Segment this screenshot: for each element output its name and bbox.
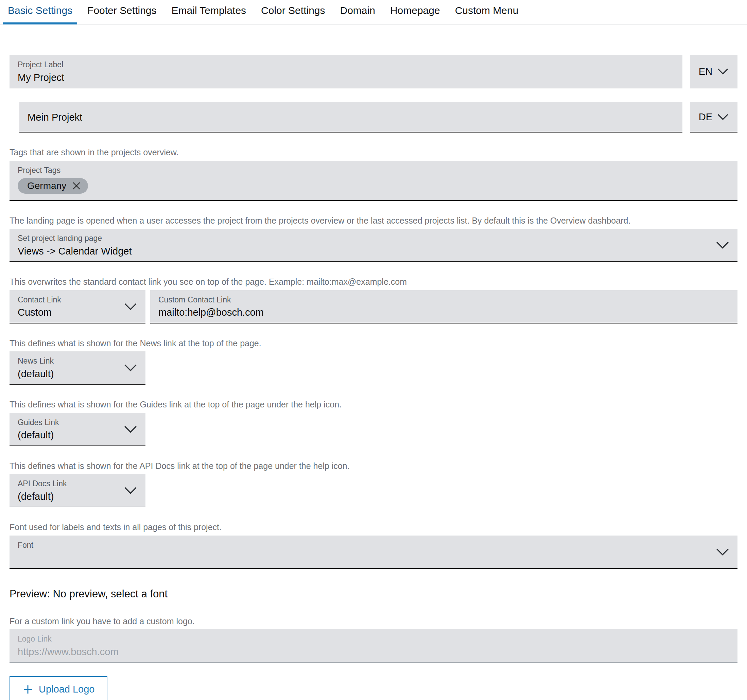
logo-row: Logo Link https://www.bosch.com [9, 629, 738, 663]
guides-helper: This defines what is shown for the Guide… [9, 399, 738, 410]
guides-row: Guides Link (default) [9, 413, 738, 446]
api-docs-row: API Docs Link (default) [9, 474, 738, 507]
tab-domain[interactable]: Domain [336, 0, 380, 24]
logo-link-field: Logo Link https://www.bosch.com [9, 629, 738, 663]
tags-helper: Tags that are shown in the projects over… [9, 147, 738, 158]
tab-homepage[interactable]: Homepage [386, 0, 445, 24]
landing-row: Set project landing page Views -> Calend… [9, 229, 738, 262]
contact-link-select[interactable]: Contact Link Custom [9, 290, 145, 324]
language-select-en-value: EN [699, 66, 712, 77]
chevron-down-icon [124, 486, 137, 494]
guides-link-value: (default) [18, 429, 137, 441]
chevron-down-icon [124, 364, 137, 372]
font-helper: Font used for labels and texts in all pa… [9, 522, 738, 533]
font-value [18, 552, 729, 564]
news-link-value: (default) [18, 368, 137, 380]
chevron-down-icon [717, 68, 729, 75]
font-select[interactable]: Font [9, 535, 738, 569]
tab-footer-settings[interactable]: Footer Settings [83, 0, 161, 24]
contact-row: Contact Link Custom Custom Contact Link … [9, 290, 738, 324]
chevron-down-icon [716, 241, 729, 249]
project-label-de-field[interactable]: Mein Projekt [20, 102, 682, 133]
tab-color-settings[interactable]: Color Settings [256, 0, 330, 24]
news-link-label: News Link [18, 356, 137, 366]
font-label: Font [18, 540, 729, 550]
project-tags-label: Project Tags [18, 165, 729, 175]
landing-helper: The landing page is opened when a user a… [9, 215, 738, 226]
api-docs-link-label: API Docs Link [18, 479, 137, 488]
custom-contact-link-value: mailto:help@bosch.com [158, 306, 729, 318]
logo-helper: For a custom link you have to add a cust… [9, 616, 738, 627]
api-docs-link-value: (default) [18, 490, 137, 503]
chevron-down-icon [124, 302, 137, 311]
tab-basic-settings[interactable]: Basic Settings [3, 0, 77, 24]
tab-custom-menu[interactable]: Custom Menu [450, 0, 523, 24]
chevron-down-icon [716, 548, 729, 556]
custom-contact-link-label: Custom Contact Link [158, 295, 729, 305]
basic-settings-page: Basic Settings Footer Settings Email Tem… [0, 0, 747, 700]
project-label-value: My Project [18, 71, 674, 83]
plus-icon [23, 684, 33, 695]
api-docs-link-select[interactable]: API Docs Link (default) [9, 474, 145, 507]
news-row: News Link (default) [9, 351, 738, 385]
logo-link-placeholder: https://www.bosch.com [18, 646, 729, 658]
guides-link-select[interactable]: Guides Link (default) [9, 413, 145, 446]
landing-page-select[interactable]: Set project landing page Views -> Calend… [9, 229, 738, 262]
tab-email-templates[interactable]: Email Templates [167, 0, 251, 24]
chevron-down-icon [717, 113, 729, 120]
tag-chip-label: Germany [27, 180, 66, 191]
news-link-select[interactable]: News Link (default) [9, 351, 145, 385]
language-select-de-value: DE [699, 112, 712, 122]
language-select-de[interactable]: DE [690, 102, 738, 133]
font-row: Font [9, 535, 738, 569]
upload-logo-button[interactable]: Upload Logo [9, 676, 107, 700]
upload-logo-label: Upload Logo [39, 684, 94, 695]
project-label-row: Project Label My Project EN [9, 55, 738, 88]
project-tags-field[interactable]: Project Tags Germany [9, 161, 738, 201]
custom-contact-link-field[interactable]: Custom Contact Link mailto:help@bosch.co… [150, 290, 738, 324]
remove-tag-button[interactable] [72, 181, 81, 190]
news-helper: This defines what is shown for the News … [9, 338, 738, 349]
project-label-de-row: Mein Projekt DE [20, 102, 738, 133]
landing-page-label: Set project landing page [18, 233, 729, 243]
chevron-down-icon [124, 425, 137, 433]
api-docs-helper: This defines what is shown for the API D… [9, 460, 738, 472]
settings-tabs: Basic Settings Footer Settings Email Tem… [0, 0, 747, 24]
guides-link-label: Guides Link [18, 417, 137, 428]
project-label-field[interactable]: Project Label My Project [9, 55, 682, 88]
contact-helper: This overwrites the standard contact lin… [9, 276, 738, 287]
font-preview: Preview: No preview, select a font [9, 588, 738, 600]
logo-link-label: Logo Link [18, 634, 729, 644]
project-label-label: Project Label [18, 60, 674, 70]
tag-chip: Germany [18, 178, 88, 194]
contact-link-value: Custom [18, 306, 137, 318]
language-select-en[interactable]: EN [690, 55, 738, 88]
landing-page-value: Views -> Calendar Widget [18, 245, 729, 257]
contact-link-label: Contact Link [18, 295, 137, 305]
project-tags-row: Project Tags Germany [9, 161, 738, 201]
project-label-de-value: Mein Projekt [27, 111, 82, 123]
